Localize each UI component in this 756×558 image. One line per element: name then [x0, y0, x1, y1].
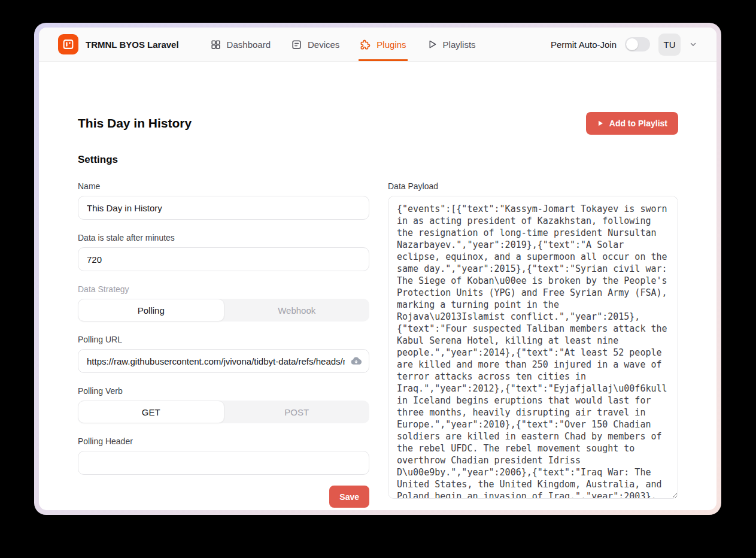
title-row: This Day in History Add to Playlist [78, 112, 678, 135]
data-strategy-label: Data Strategy [78, 284, 369, 294]
play-icon [597, 120, 604, 127]
verb-option-get[interactable]: GET [78, 401, 224, 423]
nav-item-dashboard[interactable]: Dashboard [209, 28, 272, 61]
data-payload-label: Data Payload [388, 181, 678, 191]
stale-label: Data is stale after minutes [78, 233, 369, 242]
dashboard-grid-icon [210, 39, 221, 50]
chevron-down-icon[interactable] [689, 40, 697, 48]
name-input[interactable] [78, 196, 369, 220]
settings-form-column: Name Data is stale after minutes Data St… [78, 181, 369, 508]
main-content: This Day in History Add to Playlist Sett… [39, 62, 716, 510]
brand: TRMNL BYOS Laravel [58, 28, 179, 61]
top-navigation-bar: TRMNL BYOS Laravel Dashboard [39, 28, 716, 62]
permit-auto-join-toggle[interactable] [625, 37, 650, 51]
brand-title: TRMNL BYOS Laravel [86, 40, 179, 50]
polling-url-group: Polling URL [78, 335, 369, 373]
app-window: TRMNL BYOS Laravel Dashboard [39, 28, 716, 510]
app-window-frame: TRMNL BYOS Laravel Dashboard [34, 23, 721, 515]
polling-header-input[interactable] [78, 451, 369, 475]
cloud-download-icon[interactable] [350, 355, 362, 367]
strategy-option-polling[interactable]: Polling [78, 299, 224, 322]
payload-column: Data Payload {"events":[{"text":"Kassym-… [388, 181, 678, 508]
add-to-playlist-button[interactable]: Add to Playlist [586, 112, 678, 135]
toggle-knob [626, 38, 638, 50]
permit-auto-join-label: Permit Auto-Join [551, 40, 617, 50]
main-nav: Dashboard Devices [209, 28, 495, 61]
strategy-option-webhook[interactable]: Webhook [224, 299, 370, 322]
stale-minutes-input[interactable] [78, 247, 369, 271]
data-payload-textarea[interactable]: {"events":[{"text":"Kassym-Jomart Tokaye… [388, 196, 678, 499]
polling-url-label: Polling URL [78, 335, 369, 344]
trmnl-logo-icon [58, 34, 78, 54]
verb-option-post[interactable]: POST [224, 401, 370, 423]
plugins-puzzle-icon [360, 39, 371, 50]
user-avatar[interactable]: TU [658, 34, 681, 56]
name-field-group: Name [78, 181, 369, 220]
nav-item-playlists[interactable]: Playlists [426, 28, 477, 61]
save-row: Save [78, 486, 369, 508]
nav-item-devices[interactable]: Devices [290, 28, 341, 61]
nav-label-plugins: Plugins [377, 40, 406, 50]
polling-url-wrap [78, 349, 369, 373]
nav-label-playlists: Playlists [443, 40, 476, 50]
settings-heading: Settings [78, 154, 678, 166]
polling-header-group: Polling Header [78, 436, 369, 475]
save-button[interactable]: Save [329, 486, 369, 508]
nav-label-devices: Devices [308, 40, 339, 50]
add-to-playlist-label: Add to Playlist [609, 119, 667, 128]
polling-verb-segmented-control: GET POST [78, 401, 369, 423]
topbar-right: Permit Auto-Join TU [551, 28, 697, 61]
polling-header-label: Polling Header [78, 436, 369, 446]
polling-verb-label: Polling Verb [78, 386, 369, 396]
data-strategy-group: Data Strategy Polling Webhook [78, 284, 369, 322]
nav-item-plugins[interactable]: Plugins [359, 28, 407, 61]
stale-field-group: Data is stale after minutes [78, 233, 369, 271]
data-strategy-segmented-control: Polling Webhook [78, 299, 369, 322]
nav-label-dashboard: Dashboard [227, 40, 271, 50]
polling-verb-group: Polling Verb GET POST [78, 386, 369, 423]
settings-columns: Name Data is stale after minutes Data St… [78, 181, 678, 508]
polling-url-input[interactable] [78, 349, 369, 373]
devices-icon [291, 39, 302, 50]
name-label: Name [78, 181, 369, 191]
playlists-play-icon [427, 39, 438, 50]
page-title: This Day in History [78, 116, 192, 131]
